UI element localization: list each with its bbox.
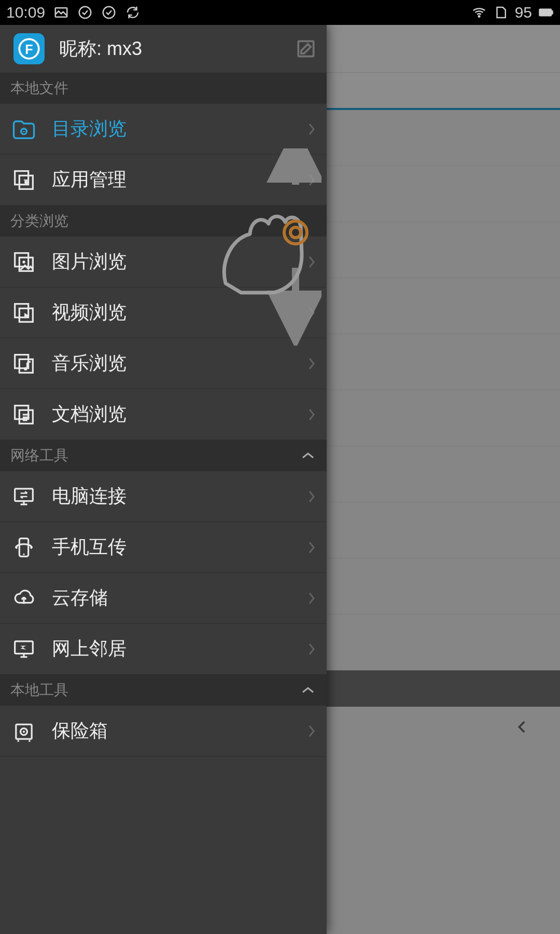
drawer-item-label: 云存储 [52,585,108,611]
drawer-item-label: 应用管理 [52,167,127,193]
cloud-icon [10,585,37,612]
check-circle-icon [101,5,117,20]
svg-rect-29 [15,488,33,501]
drawer-item-label: 网上邻居 [52,636,127,662]
status-time: 10:09 [6,4,45,21]
chevron-right-icon [307,122,316,136]
chevron-right-icon [307,356,316,371]
chevron-up-icon [301,685,315,695]
app-manage-icon [10,167,37,194]
svg-rect-4 [540,9,552,16]
chevron-right-icon [307,724,316,738]
svg-rect-24 [15,354,29,368]
drawer-item-pic-browse[interactable]: 图片浏览 [0,237,327,287]
drawer-item-label: 保险箱 [52,718,108,744]
check-circle-icon [77,5,93,20]
section-title: 本地工具 [10,680,68,700]
chevron-right-icon [307,642,316,656]
svg-text:F: F [25,42,33,57]
edit-icon[interactable] [295,37,317,60]
drawer-section-header: 分类浏览 [0,205,327,237]
drawer-item-label: 目录浏览 [52,116,127,142]
app-logo-icon: F [13,33,45,64]
svg-rect-5 [551,11,553,14]
chevron-right-icon [307,591,316,606]
drawer-item-safe-box[interactable]: 保险箱 [0,706,327,757]
sim-icon [493,5,509,20]
safe-box-icon [10,718,37,745]
neighbor-icon [10,636,37,663]
picture-icon [53,5,69,20]
drawer-header: F 昵称: mx3 [0,25,327,73]
chevron-right-icon [307,540,316,555]
svg-point-3 [478,16,480,17]
svg-point-21 [22,260,25,263]
drawer-item-label: 电脑连接 [52,484,127,509]
drawer-item-cloud[interactable]: 云存储 [0,573,327,624]
drawer-item-neighbor[interactable]: 网上邻居 [0,624,327,675]
chevron-right-icon [307,306,316,320]
sync-icon [125,5,141,20]
drawer-section-header[interactable]: 本地工具 [0,675,327,706]
music-browse-icon [10,350,37,377]
navigation-drawer: F 昵称: mx3 本地文件 目录浏览 应用管理 分类浏览 图片浏览 视频浏览 … [0,25,327,934]
chevron-right-icon [307,255,316,269]
svg-point-14 [23,130,24,132]
svg-point-31 [23,553,24,555]
drawer-item-video-browse[interactable]: 视频浏览 [0,287,327,338]
battery-level: 95 [515,4,532,21]
chevron-right-icon [307,173,316,187]
section-title: 网络工具 [10,446,68,465]
drawer-section-header[interactable]: 网络工具 [0,440,327,471]
section-title: 分类浏览 [10,211,68,231]
pc-connect-icon [10,483,37,510]
chevron-up-icon [301,451,315,460]
drawer-item-dir-browse[interactable]: 目录浏览 [0,104,327,155]
chevron-right-icon [307,489,316,504]
svg-rect-19 [15,253,29,266]
video-browse-icon [10,299,37,326]
dir-browse-icon [10,116,37,143]
svg-rect-25 [19,359,33,373]
svg-rect-18 [24,179,29,180]
svg-point-35 [23,730,25,732]
drawer-item-music-browse[interactable]: 音乐浏览 [0,338,327,389]
drawer-item-label: 图片浏览 [52,249,127,274]
phone-share-icon [10,534,37,561]
svg-rect-32 [15,641,33,653]
drawer-item-doc-browse[interactable]: 文档浏览 [0,389,327,440]
wifi-icon [471,5,487,20]
svg-point-17 [24,181,27,184]
nickname-label: 昵称: mx3 [59,36,142,62]
status-bar: 10:09 95 [0,0,560,25]
drawer-item-label: 文档浏览 [52,402,127,427]
doc-browse-icon [10,401,37,428]
drawer-section-header: 本地文件 [0,73,327,104]
drawer-item-label: 视频浏览 [52,300,127,325]
svg-point-1 [79,7,91,19]
battery-icon [538,5,554,20]
drawer-item-phone-share[interactable]: 手机互传 [0,522,327,573]
drawer-item-app-manage[interactable]: 应用管理 [0,155,327,205]
chevron-right-icon [307,407,316,422]
svg-point-2 [103,7,115,19]
drawer-item-label: 手机互传 [52,534,127,560]
drawer-item-pc-connect[interactable]: 电脑连接 [0,471,327,522]
section-title: 本地文件 [10,78,68,98]
svg-point-26 [24,367,27,370]
drawer-item-label: 音乐浏览 [52,351,127,376]
pic-browse-icon [10,249,37,276]
